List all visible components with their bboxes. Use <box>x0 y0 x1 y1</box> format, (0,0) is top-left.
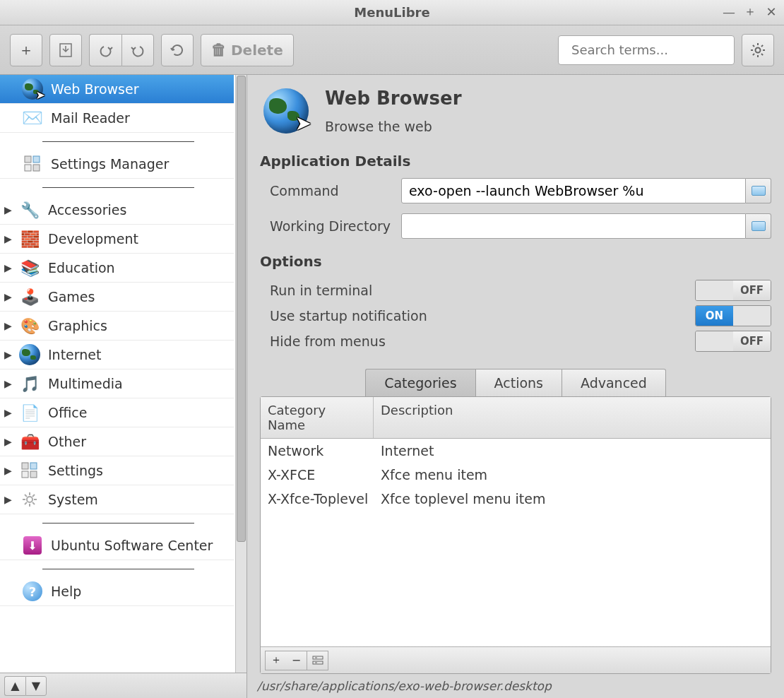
column-description[interactable]: Description <box>374 397 461 438</box>
sidebar-item[interactable]: ▶Internet <box>0 341 234 369</box>
categories-body[interactable]: NetworkInternetX-XFCEXfce menu itemX-Xfc… <box>261 439 771 646</box>
settings-grid-icon <box>18 459 41 482</box>
category-name: X-Xfce-Toplevel <box>268 491 381 507</box>
option-toggle[interactable]: ONOFF <box>695 305 771 326</box>
category-add-button[interactable]: ＋ <box>265 651 286 670</box>
add-button[interactable]: ＋ <box>10 34 42 66</box>
command-browse-button[interactable] <box>746 178 771 203</box>
working-directory-input[interactable] <box>401 213 746 239</box>
delete-label: Delete <box>231 42 283 59</box>
redo-button[interactable] <box>121 34 154 66</box>
category-row[interactable]: NetworkInternet <box>261 439 771 463</box>
sidebar-item[interactable]: ▶📄Office <box>0 398 234 427</box>
sidebar-item-label: Accessories <box>48 202 126 218</box>
working-directory-browse-button[interactable] <box>746 213 771 239</box>
expand-icon: ▶ <box>4 349 11 360</box>
category-name: X-XFCE <box>268 467 381 483</box>
category-description: Xfce menu item <box>381 467 487 483</box>
tab-advanced[interactable]: Advanced <box>562 369 666 397</box>
svg-line-9 <box>761 54 763 55</box>
globe-cursor-icon: ➤ <box>21 78 44 100</box>
sidebar-item-label: Settings Manager <box>51 156 169 172</box>
close-button[interactable]: ✕ <box>763 3 780 20</box>
move-down-button[interactable]: ▼ <box>25 676 47 696</box>
svg-line-26 <box>32 502 35 504</box>
tab-actions[interactable]: Actions <box>475 369 562 397</box>
option-label: Use startup notification <box>260 308 695 324</box>
sidebar-item[interactable]: ?Help <box>0 577 234 606</box>
search-input[interactable] <box>571 42 730 57</box>
svg-rect-19 <box>30 471 37 478</box>
search-box[interactable] <box>558 35 735 65</box>
settings-button[interactable] <box>742 34 774 66</box>
svg-rect-13 <box>33 156 40 162</box>
command-input[interactable] <box>401 178 746 203</box>
category-remove-button[interactable]: − <box>286 651 307 670</box>
sidebar-item[interactable]: ▶📚Education <box>0 254 234 283</box>
cursor-icon: ➤ <box>295 112 311 135</box>
category-row[interactable]: X-XFCEXfce menu item <box>261 463 771 487</box>
save-icon <box>59 43 73 57</box>
categories-header: Category Name Description <box>261 397 771 439</box>
sidebar-item-label: Office <box>48 405 87 420</box>
system-icon <box>18 488 41 511</box>
svg-rect-30 <box>313 661 323 664</box>
expand-icon: ▶ <box>4 291 11 302</box>
sidebar-item[interactable]: ▶🧱Development <box>0 225 234 254</box>
sidebar-item[interactable]: ▶🔧Accessories <box>0 196 234 225</box>
column-category-name[interactable]: Category Name <box>261 397 374 438</box>
sidebar-item[interactable]: ▶System <box>0 485 234 514</box>
save-button[interactable] <box>49 34 82 66</box>
entry-icon[interactable]: ➤ <box>260 85 312 137</box>
option-row: Hide from menusONOFF <box>260 331 771 352</box>
sidebar-item-label: Web Browser <box>51 81 138 97</box>
delete-button[interactable]: 🗑 Delete <box>201 34 294 66</box>
sidebar-item-label: Education <box>48 260 115 276</box>
sidebar-item[interactable]: ▶🕹️Games <box>0 283 234 312</box>
svg-rect-16 <box>22 463 28 469</box>
toggle-off: OFF <box>733 280 771 300</box>
refresh-icon <box>170 42 185 58</box>
games-icon: 🕹️ <box>18 285 41 308</box>
move-up-button[interactable]: ▲ <box>4 676 25 696</box>
trash-icon: 🗑 <box>211 41 227 59</box>
sidebar-list[interactable]: ➤Web Browser✉️Mail ReaderSettings Manage… <box>0 75 247 673</box>
sidebar-item[interactable]: ✉️Mail Reader <box>0 104 234 133</box>
maximize-button[interactable]: ＋ <box>742 3 759 20</box>
entry-name[interactable]: Web Browser <box>325 88 462 109</box>
expand-icon: ▶ <box>4 204 11 215</box>
body: ➤Web Browser✉️Mail ReaderSettings Manage… <box>0 75 784 698</box>
sidebar-item[interactable]: ▶🧰Other <box>0 427 234 456</box>
sidebar-divider <box>0 133 234 150</box>
sidebar-item-label: Multimedia <box>48 376 123 391</box>
sidebar-item[interactable]: ▶🎵Multimedia <box>0 369 234 398</box>
folder-icon <box>752 221 766 231</box>
sidebar-item[interactable]: Settings Manager <box>0 150 234 179</box>
sidebar-divider <box>0 514 234 531</box>
toggle-on: ON <box>696 280 733 300</box>
svg-line-8 <box>753 45 754 46</box>
sidebar-item[interactable]: ▶Settings <box>0 456 234 485</box>
category-description: Internet <box>381 443 434 459</box>
sidebar-item[interactable]: ▶🎨Graphics <box>0 312 234 341</box>
scrollbar[interactable] <box>235 75 247 673</box>
sidebar-item-label: Mail Reader <box>51 110 130 126</box>
entry-description[interactable]: Browse the web <box>325 119 462 134</box>
option-toggle[interactable]: ONOFF <box>695 331 771 352</box>
sidebar-item-label: Games <box>48 289 95 304</box>
redo-icon <box>130 42 145 58</box>
minimize-button[interactable]: — <box>720 3 737 20</box>
category-clear-button[interactable] <box>307 651 328 670</box>
refresh-button[interactable] <box>161 34 194 66</box>
sidebar-item[interactable]: ➤Web Browser <box>0 75 234 104</box>
svg-point-20 <box>27 497 32 502</box>
category-row[interactable]: X-Xfce-ToplevelXfce toplevel menu item <box>261 487 771 511</box>
svg-line-25 <box>25 495 27 497</box>
svg-line-28 <box>32 495 35 497</box>
sidebar-item-label: Graphics <box>48 318 107 333</box>
sidebar-item[interactable]: ⬇Ubuntu Software Center <box>0 531 234 560</box>
option-toggle[interactable]: ONOFF <box>695 280 771 301</box>
undo-button[interactable] <box>89 34 121 66</box>
detail-pane: ➤ Web Browser Browse the web Application… <box>247 75 784 698</box>
tab-categories[interactable]: Categories <box>365 369 475 397</box>
